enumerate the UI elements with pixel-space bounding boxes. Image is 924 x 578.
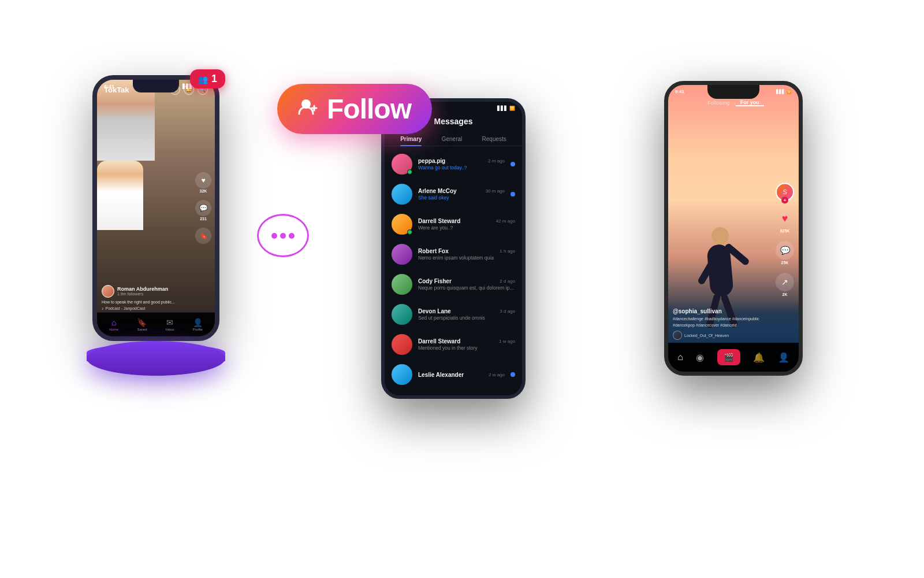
creator-avatar-1[interactable] xyxy=(102,285,114,298)
msg-content-devon: Devon Lane 3 d ago Sed ut perspiciatis u… xyxy=(418,308,515,321)
speech-bubble-area xyxy=(257,214,309,257)
status-icons-2: ▋▋▋ 🛜 xyxy=(497,106,515,111)
nav-inbox[interactable]: ✉ Inbox xyxy=(166,318,174,331)
comment-symbol: 💬 xyxy=(780,246,790,255)
nav-home[interactable]: ⌂ Home xyxy=(109,318,118,331)
tab-primary[interactable]: Primary xyxy=(400,132,422,146)
msg-name-cody: Cody Fisher xyxy=(418,278,452,284)
msg-preview-peppa: Wanna go out today..? xyxy=(418,165,505,171)
phone3-video-bg: 9:41 ▋▋▋ 🛜 Following | For you xyxy=(668,85,799,372)
tiktok-bell-icon[interactable]: 🔔 xyxy=(753,352,765,363)
tiktok-tabs: Following | For you xyxy=(668,99,799,106)
follow-label: Follow xyxy=(327,93,411,125)
tab-requests[interactable]: Requests xyxy=(482,132,506,146)
msg-time-arlene: 30 m ago xyxy=(486,188,505,194)
tab-general[interactable]: General xyxy=(442,132,463,146)
msg-time-robert: 1 h ago xyxy=(500,249,515,254)
online-dot-darrell1 xyxy=(407,229,412,235)
msg-top-row-arlene: Arlene McCoy 30 m ago xyxy=(418,188,505,194)
heart-icon-3: ♥ xyxy=(776,209,794,228)
comment-action[interactable]: 💬 231 xyxy=(195,200,211,221)
msg-name-robert: Robert Fox xyxy=(418,248,449,254)
followers-icon: 👥 xyxy=(198,75,208,84)
list-item[interactable]: Darrell Steward 42 m ago Were are you..? xyxy=(385,209,522,239)
msg-top-row-peppa: peppa.pig 2 m ago xyxy=(418,158,505,164)
messages-title: Messages xyxy=(434,117,473,126)
list-item[interactable]: Cody Fisher 2 d ago Neque porro quisquam… xyxy=(385,269,522,299)
msg-content-darrell2: Darrell Steward 1 w ago Mentioned you in… xyxy=(418,338,515,351)
msg-top-row-leslie: Leslie Alexander 2 w ago xyxy=(418,372,505,378)
phone1-actions: ♥ 32K 💬 231 🔖 xyxy=(195,172,211,244)
notification-count: 1 xyxy=(211,73,217,85)
follow-pill[interactable]: Follow xyxy=(277,84,432,134)
bubble-dot-3 xyxy=(289,233,295,239)
tiktok-profile-action[interactable]: S + xyxy=(776,183,794,201)
list-item[interactable]: Devon Lane 3 d ago Sed ut perspiciatis u… xyxy=(385,299,522,329)
list-item[interactable]: Arlene McCoy 30 m ago She said okey xyxy=(385,179,522,209)
creator-name-1: Roman Abdurehman xyxy=(117,286,168,292)
msg-content-leslie: Leslie Alexander 2 w ago xyxy=(418,372,505,378)
wifi-icon-3: 🛜 xyxy=(787,90,792,94)
follow-button-area[interactable]: Follow xyxy=(277,84,432,134)
notification-badge: 👥 1 xyxy=(190,69,225,88)
msg-top-row-darrell2: Darrell Steward 1 w ago xyxy=(418,338,515,344)
tiktok-profile-nav-icon[interactable]: 👤 xyxy=(778,352,789,363)
nav-saved-label: Saved xyxy=(137,328,147,331)
tiktok-music-row: Locked_Out_Of_Heaven xyxy=(673,331,770,340)
share-icon-3: ↗ xyxy=(776,273,794,291)
tiktok-creator-avatar: S + xyxy=(776,183,794,201)
tiktok-discover-icon[interactable]: ◉ xyxy=(696,352,704,363)
tab-for-you[interactable]: For you xyxy=(736,99,764,106)
tiktok-share-action[interactable]: ↗ 2K xyxy=(776,273,794,297)
tiktok-actions: S + ♥ 925K 💬 xyxy=(776,183,794,297)
nav-home-label: Home xyxy=(109,328,118,331)
tiktok-username: @sophia_sullivan xyxy=(673,308,770,314)
msg-time-peppa: 2 m ago xyxy=(488,158,505,164)
msg-top-row-cody: Cody Fisher 2 d ago xyxy=(418,278,515,284)
like-action[interactable]: ♥ 32K xyxy=(195,172,211,193)
msg-time-devon: 3 d ago xyxy=(500,309,515,314)
online-dot-peppa xyxy=(407,169,412,175)
phones-container: 9:41 ▋▋▋ 🛜 🔋 TokTak ⊕ xyxy=(58,29,866,549)
main-scene: 9:41 ▋▋▋ 🛜 🔋 TokTak ⊕ xyxy=(0,0,924,578)
avatar-darrell1 xyxy=(392,214,412,235)
list-item[interactable]: peppa.pig 2 m ago Wanna go out today..? xyxy=(385,149,522,179)
list-item[interactable]: Robert Fox 1 h ago Nemo enim ipsam volup… xyxy=(385,239,522,269)
share-symbol: ↗ xyxy=(781,277,788,287)
bookmark-action[interactable]: 🔖 xyxy=(195,228,211,244)
nav-saved[interactable]: 🔖 Saved xyxy=(137,318,147,331)
profile-icon-1: 👤 xyxy=(193,318,203,327)
phone2-device: 9:41 ▋▋▋ 🛜 Messages Primary General Requ… xyxy=(381,98,526,399)
music-disc-icon xyxy=(673,331,682,340)
msg-content-darrell1: Darrell Steward 42 m ago Were are you..? xyxy=(418,218,515,231)
home-icon-1: ⌂ xyxy=(111,318,116,327)
avatar-cody xyxy=(392,274,412,295)
tab-following[interactable]: Following xyxy=(703,100,734,106)
tiktok-nav: ⌂ ◉ 🎬 🔔 👤 xyxy=(668,343,799,372)
phone1-device: 9:41 ▋▋▋ 🛜 🔋 TokTak ⊕ xyxy=(92,75,219,341)
bubble-dot-2 xyxy=(280,233,286,239)
list-item[interactable]: Leslie Alexander 2 w ago xyxy=(385,360,522,390)
phone1-wrapper: 9:41 ▋▋▋ 🛜 🔋 TokTak ⊕ xyxy=(92,75,219,341)
tiktok-music-text: Locked_Out_Of_Heaven xyxy=(684,334,729,338)
msg-content-robert: Robert Fox 1 h ago Nemo enim ipsam volup… xyxy=(418,248,515,261)
person2-silhouette xyxy=(97,161,143,230)
saved-icon-1: 🔖 xyxy=(137,318,147,327)
avatar-devon xyxy=(392,304,412,325)
avatar-arlene xyxy=(392,184,412,205)
creator-followers-1: 1.9m followers xyxy=(117,292,168,296)
phone3-area: 9:41 ▋▋▋ 🛜 Following | For you xyxy=(664,87,803,376)
comment-icon-3: 💬 xyxy=(776,241,794,260)
record-icon: 🎬 xyxy=(724,353,733,362)
list-item[interactable]: Darrell Steward 1 w ago Mentioned you in… xyxy=(385,329,522,360)
msg-top-row-devon: Devon Lane 3 d ago xyxy=(418,308,515,314)
tiktok-record-button[interactable]: 🎬 xyxy=(717,349,740,365)
nav-profile[interactable]: 👤 Profile xyxy=(193,318,203,331)
tiktok-comment-action[interactable]: 💬 25K xyxy=(776,241,794,265)
bookmark-icon: 🔖 xyxy=(195,228,211,244)
tiktok-like-action[interactable]: ♥ 925K xyxy=(776,209,794,233)
phone2-screen: 9:41 ▋▋▋ 🛜 Messages Primary General Requ… xyxy=(385,102,522,395)
heart-icon: ♥ xyxy=(195,172,211,188)
share-count-3: 2K xyxy=(783,292,788,297)
tiktok-home-icon[interactable]: ⌂ xyxy=(677,352,683,362)
